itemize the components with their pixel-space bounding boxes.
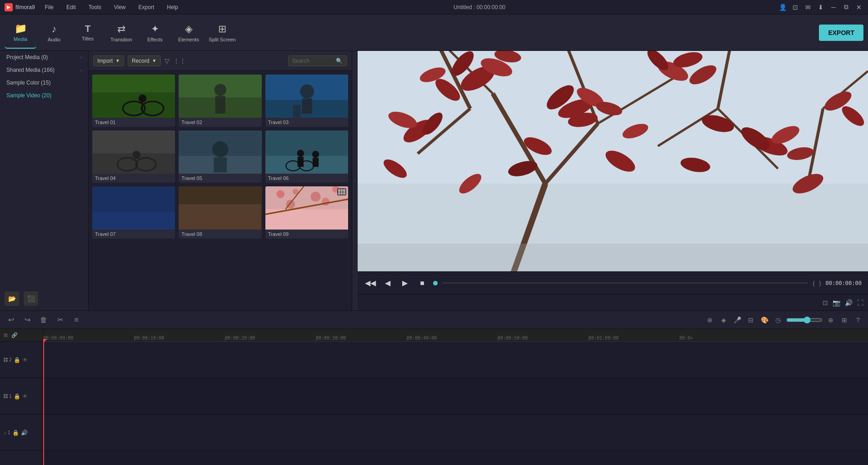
list-item[interactable]: Travel 01 <box>92 75 175 127</box>
timeline-toolbar: ↩ ↪ 🗑 ✂ ≡ ⊕ ◈ 🎤 ⊟ 🎨 ◷ ⊕ ⊞ ? <box>0 311 868 329</box>
list-item[interactable]: Travel 06 <box>265 130 348 183</box>
mark-out-button[interactable]: } <box>819 280 821 286</box>
split-view-button[interactable]: ⊞ <box>839 315 850 325</box>
track2-eye-icon[interactable]: 👁 <box>22 357 28 363</box>
track-video2-label: 2 <box>9 357 12 362</box>
track-row-video2[interactable] <box>43 342 868 378</box>
subtitle-button[interactable]: ⊟ <box>745 315 756 325</box>
track-audio1-label: 1 <box>8 430 10 435</box>
collapse-handle[interactable]: ‹ <box>352 51 358 310</box>
elements-label: Elements <box>178 37 199 42</box>
toolbar-elements[interactable]: ◈ Elements <box>173 17 205 49</box>
list-item[interactable]: Travel 09 <box>265 186 348 239</box>
svg-point-8 <box>215 84 227 96</box>
import-dropdown[interactable]: Import ▼ <box>93 55 124 66</box>
microphone-button[interactable]: 🎤 <box>732 315 743 325</box>
link-icon[interactable]: 🔗 <box>11 332 18 338</box>
shared-media-chevron: › <box>80 68 82 73</box>
search-icon[interactable]: 🔍 <box>336 58 343 64</box>
add-folder-button[interactable]: 📂 <box>5 291 19 306</box>
share-icon[interactable]: ⊡ <box>791 3 800 12</box>
stop-button[interactable]: ■ <box>416 277 429 290</box>
toolbar-transition[interactable]: ⇄ Transition <box>105 17 137 49</box>
toolbar-titles[interactable]: T Titles <box>72 17 104 49</box>
delete-button[interactable]: 🗑 <box>37 314 50 326</box>
menu-export[interactable]: Export <box>136 3 157 11</box>
preview-video <box>358 51 868 271</box>
snapshot-icon[interactable]: 📷 <box>833 299 840 306</box>
track-row-video1[interactable] <box>43 378 868 415</box>
sample-video-label: Sample Video (20) <box>6 92 51 99</box>
mark-in-button[interactable]: { <box>813 280 814 286</box>
record-label: Record <box>132 58 150 64</box>
track2-lock-icon[interactable]: 🔒 <box>14 357 20 363</box>
project-media-item[interactable]: Project Media (0) › <box>0 51 88 64</box>
menu-view[interactable]: View <box>111 3 129 11</box>
svg-point-38 <box>276 190 284 198</box>
preview-image <box>358 51 868 271</box>
toolbar: 📁 Media ♪ Audio T Titles ⇄ Transition ✦ … <box>0 15 868 51</box>
menu-tools[interactable]: Tools <box>86 3 104 11</box>
media-item-label: Travel 01 <box>92 118 175 127</box>
toolbar-media[interactable]: 📁 Media <box>5 17 36 49</box>
list-item[interactable]: Travel 08 <box>179 186 261 239</box>
audio1-volume-icon[interactable]: 🔊 <box>21 430 28 436</box>
search-input[interactable] <box>292 58 333 64</box>
list-item[interactable]: Travel 04 <box>92 130 175 183</box>
step-back-button[interactable]: ◀ <box>381 277 394 290</box>
titlebar-left: ▶ filmora9 File Edit Tools View Export H… <box>5 3 181 11</box>
menu-file[interactable]: File <box>42 3 56 11</box>
list-item[interactable]: Travel 02 <box>179 75 261 127</box>
snap-icon[interactable]: ⊠ <box>4 332 8 338</box>
track2-tools: 🔒 👁 <box>14 357 28 363</box>
magnetic-button[interactable]: ◈ <box>718 315 729 325</box>
track1-eye-icon[interactable]: 👁 <box>22 393 28 400</box>
sample-video-item[interactable]: Sample Video (20) <box>0 89 88 102</box>
progress-bar[interactable] <box>442 282 808 284</box>
help-button[interactable]: ? <box>853 315 863 325</box>
timemark-end: 00:0> <box>679 335 693 340</box>
zoom-in-button[interactable]: ⊕ <box>825 315 836 325</box>
speed-button[interactable]: ◷ <box>773 315 783 325</box>
menu-help[interactable]: Help <box>164 3 181 11</box>
filter-icon[interactable]: ▽ <box>165 57 170 65</box>
profile-icon[interactable]: 👤 <box>778 3 787 12</box>
list-item[interactable]: Travel 07 <box>92 186 175 239</box>
export-button[interactable]: EXPORT <box>819 25 863 41</box>
audio1-lock-icon[interactable]: 🔒 <box>12 430 19 436</box>
open-folder-button[interactable]: ⬛ <box>24 291 38 306</box>
menu-edit[interactable]: Edit <box>64 3 79 11</box>
add-track-button[interactable]: ⊕ <box>704 315 715 325</box>
grid-view-icon[interactable]: ⋮⋮ <box>173 57 186 65</box>
list-item[interactable]: Travel 05 <box>179 130 261 183</box>
minimize-button[interactable]: ─ <box>829 3 838 12</box>
record-dropdown[interactable]: Record ▼ <box>128 55 161 66</box>
toolbar-split-screen[interactable]: ⊞ Split Screen <box>206 17 238 49</box>
restore-button[interactable]: ⧉ <box>842 3 851 12</box>
properties-button[interactable]: ≡ <box>70 314 83 326</box>
list-item[interactable]: Travel 03 <box>265 75 348 127</box>
undo-button[interactable]: ↩ <box>5 314 17 326</box>
sample-color-item[interactable]: Sample Color (15) <box>0 76 88 89</box>
volume-icon[interactable]: 🔊 <box>845 299 853 306</box>
fullscreen-icon[interactable]: ⛶ <box>857 299 863 306</box>
cut-button[interactable]: ✂ <box>54 314 66 326</box>
download-icon[interactable]: ⬇ <box>816 3 825 12</box>
go-to-start-button[interactable]: ◀◀ <box>364 277 377 290</box>
toolbar-audio[interactable]: ♪ Audio <box>38 17 70 49</box>
toolbar-effects[interactable]: ✦ Effects <box>139 17 171 49</box>
shared-media-item[interactable]: Shared Media (166) › <box>0 64 88 76</box>
split-screen-icon: ⊞ <box>218 23 226 35</box>
close-button[interactable]: ✕ <box>854 3 863 12</box>
track-row-audio1[interactable] <box>43 415 868 451</box>
track1-lock-icon[interactable]: 🔒 <box>14 393 20 400</box>
pip-icon[interactable]: ⊡ <box>823 299 828 306</box>
redo-button[interactable]: ↪ <box>21 314 34 326</box>
mail-icon[interactable]: ✉ <box>803 3 813 12</box>
svg-point-26 <box>297 150 304 157</box>
play-button[interactable]: ▶ <box>399 277 411 290</box>
playhead[interactable] <box>43 342 44 465</box>
color-button[interactable]: 🎨 <box>759 315 770 325</box>
main-area: Project Media (0) › Shared Media (166) ›… <box>0 51 868 310</box>
zoom-slider[interactable] <box>786 316 823 324</box>
